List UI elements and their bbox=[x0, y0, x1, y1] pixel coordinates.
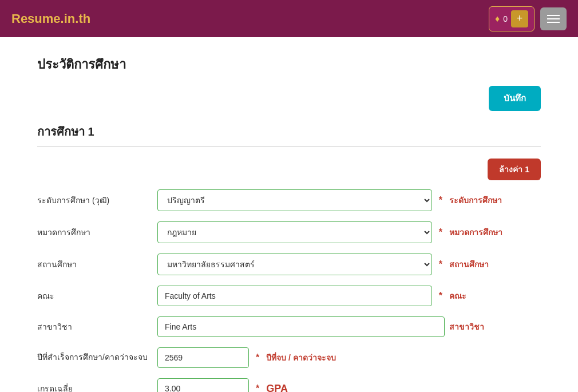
faculty-row: คณะ * คณะ bbox=[37, 286, 541, 306]
logo: Resume.in.th bbox=[11, 11, 90, 26]
save-button[interactable]: บันทึก bbox=[489, 86, 541, 111]
year-row: ปีที่สำเร็จการศึกษา/คาดว่าจะจบ * ปีที่จบ… bbox=[37, 347, 541, 368]
gpa-control: * GPA bbox=[157, 378, 541, 392]
add-points-button[interactable]: + bbox=[511, 10, 528, 27]
faculty-control: * คณะ bbox=[157, 286, 541, 306]
major-input[interactable] bbox=[157, 316, 445, 337]
menu-button[interactable] bbox=[540, 7, 567, 30]
institution-hint: สถานศึกษา bbox=[449, 258, 541, 271]
page-title: ประวัติการศึกษา bbox=[37, 54, 541, 74]
year-control: * ปีที่จบ / คาดว่าจะจบ bbox=[157, 347, 541, 368]
major-label: สาขาวิชา bbox=[37, 320, 152, 333]
field-required: * bbox=[439, 227, 442, 237]
gpa-input[interactable] bbox=[157, 378, 249, 392]
save-row: บันทึก bbox=[37, 86, 541, 111]
menu-line-2 bbox=[547, 18, 560, 19]
field-select[interactable]: กฎหมาย bbox=[157, 221, 432, 243]
level-row: ระดับการศึกษา (วุฒิ) ปริญญาตรี * ระดับกา… bbox=[37, 189, 541, 211]
year-hint: ปีที่จบ / คาดว่าจะจบ bbox=[266, 351, 358, 364]
menu-line-1 bbox=[547, 15, 560, 16]
major-hint: สาขาวิชา bbox=[449, 320, 541, 333]
logo-text: Resume. bbox=[11, 11, 64, 26]
level-control: ปริญญาตรี * ระดับการศึกษา bbox=[157, 189, 541, 211]
faculty-required: * bbox=[439, 291, 442, 301]
year-input[interactable] bbox=[157, 347, 249, 368]
institution-select[interactable]: มหาวิทยาลัยธรรมศาสตร์ bbox=[157, 254, 432, 275]
header: Resume.in.th ♦ 0 + bbox=[0, 0, 578, 37]
clear-row: ล้างค่า 1 bbox=[37, 159, 541, 180]
diamond-icon: ♦ bbox=[495, 14, 500, 24]
institution-required: * bbox=[439, 259, 442, 270]
section-title: การศึกษา 1 bbox=[37, 122, 541, 147]
major-control: สาขาวิชา bbox=[157, 316, 541, 337]
gpa-label: เกรดเฉลี่ย bbox=[37, 382, 152, 392]
faculty-hint: คณะ bbox=[449, 290, 541, 302]
institution-control: มหาวิทยาลัยธรรมศาสตร์ * สถานศึกษา bbox=[157, 254, 541, 275]
points-box: ♦ 0 + bbox=[489, 6, 535, 31]
level-select[interactable]: ปริญญาตรี bbox=[157, 189, 432, 211]
level-hint: ระดับการศึกษา bbox=[449, 194, 541, 207]
institution-row: สถานศึกษา มหาวิทยาลัยธรรมศาสตร์ * สถานศึ… bbox=[37, 254, 541, 275]
clear-button[interactable]: ล้างค่า 1 bbox=[488, 159, 541, 180]
points-value: 0 bbox=[503, 14, 508, 23]
gpa-hint: GPA bbox=[266, 383, 358, 393]
field-row: หมวดการศึกษา กฎหมาย * หมวดการศึกษา bbox=[37, 221, 541, 243]
gpa-required: * bbox=[256, 383, 259, 392]
main-content: ประวัติการศึกษา บันทึก การศึกษา 1 ล้างค่… bbox=[14, 37, 564, 392]
level-label: ระดับการศึกษา (วุฒิ) bbox=[37, 194, 152, 207]
field-label: หมวดการศึกษา bbox=[37, 226, 152, 239]
faculty-label: คณะ bbox=[37, 290, 152, 302]
gpa-row: เกรดเฉลี่ย * GPA bbox=[37, 378, 541, 392]
institution-label: สถานศึกษา bbox=[37, 258, 152, 271]
field-control: กฎหมาย * หมวดการศึกษา bbox=[157, 221, 541, 243]
logo-accent: in.th bbox=[64, 11, 90, 26]
level-required: * bbox=[439, 195, 442, 205]
major-row: สาขาวิชา สาขาวิชา bbox=[37, 316, 541, 337]
year-label: ปีที่สำเร็จการศึกษา/คาดว่าจะจบ bbox=[37, 352, 152, 363]
year-required: * bbox=[256, 353, 259, 363]
header-right: ♦ 0 + bbox=[489, 6, 567, 31]
menu-line-3 bbox=[547, 22, 560, 23]
faculty-input[interactable] bbox=[157, 286, 432, 306]
field-hint: หมวดการศึกษา bbox=[449, 226, 541, 239]
